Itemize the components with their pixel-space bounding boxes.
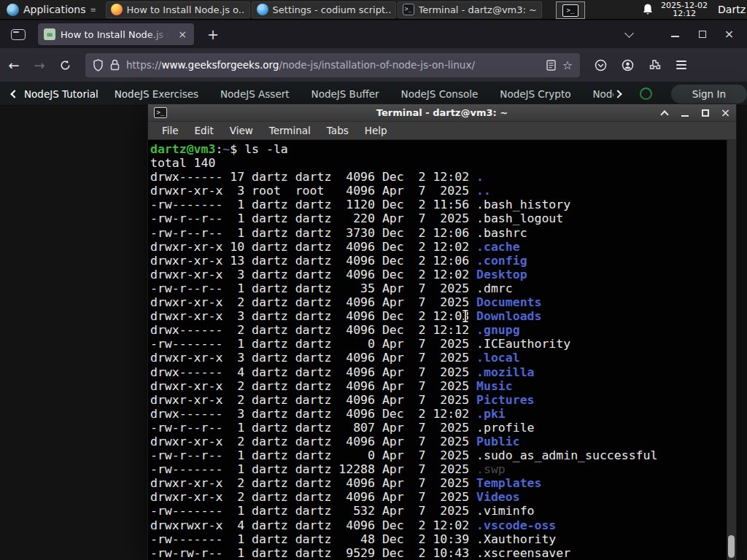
terminal-scrollbar[interactable]	[727, 140, 736, 560]
window-maximize-button[interactable]	[689, 24, 716, 44]
panel-window-button-vscodium[interactable]: Settings - codium script...	[252, 1, 396, 18]
terminal-output-line: drwx------ 17 dartz dartz 4096 Dec 2 12:…	[150, 170, 736, 184]
file-meta: drwxr-xr-x 2 dartz dartz 4096 Apr 7 2025	[150, 490, 476, 504]
terminal-output-line: drwxr-xr-x 10 dartz dartz 4096 Dec 2 12:…	[150, 240, 736, 254]
terminal-icon: >_	[403, 4, 414, 15]
prompt-cwd: ~	[222, 142, 230, 156]
minimize-icon	[671, 36, 679, 37]
terminal-output-line: drwxrwxr-x 4 dartz dartz 4096 Dec 2 12:0…	[150, 518, 736, 532]
file-name: Videos	[476, 490, 520, 504]
terminal-shade-button[interactable]	[659, 108, 669, 117]
window-button-label: Settings - codium script...	[273, 4, 391, 15]
file-meta: drwxr-xr-x 3 root root 4096 Apr 7 2025	[150, 184, 476, 198]
panel-window-button-terminal[interactable]: >_Terminal - dartz@vm3: ~	[398, 1, 542, 18]
ibeam-cursor	[461, 309, 470, 323]
terminal-menu-terminal[interactable]: Terminal	[261, 125, 319, 136]
file-meta: drwxr-xr-x 3 dartz dartz 4096 Dec 2 12:0…	[150, 268, 476, 281]
terminal-window-controls: ×	[659, 108, 730, 117]
xfce-logo-icon	[7, 4, 19, 16]
terminal-output-line: -rw-r--r-- 1 dartz dartz 807 Apr 7 2025 …	[150, 421, 736, 435]
nav-back-link[interactable]: NodeJS Tutorial	[24, 88, 98, 100]
file-name: Music	[476, 379, 513, 393]
url-scheme: https://	[126, 59, 161, 71]
terminal-output-line: drwxr-xr-x 3 dartz dartz 4096 Dec 2 12:0…	[150, 268, 736, 281]
nav-back-chevron-icon[interactable]	[10, 90, 18, 98]
file-meta: -rw------- 1 dartz dartz 48 Dec 2 10:39	[150, 532, 476, 546]
panel-username[interactable]: Dartz	[718, 4, 746, 15]
browser-tab-bar: ∞ How to Install Node.js on × + ×	[0, 20, 747, 48]
file-name: .	[476, 170, 484, 184]
file-meta: drwx------ 3 dartz dartz 4096 Dec 2 12:0…	[150, 407, 476, 421]
new-tab-button[interactable]: +	[203, 26, 223, 42]
reload-button[interactable]	[53, 54, 77, 76]
notification-bell-icon[interactable]	[642, 3, 654, 16]
window-minimize-button[interactable]	[662, 24, 689, 44]
terminal-output-line: drwxr-xr-x 2 dartz dartz 4096 Apr 7 2025…	[150, 295, 736, 309]
prompt-separator: :	[215, 142, 222, 156]
terminal-launcher-button[interactable]: >_	[556, 1, 585, 19]
file-meta: drwxr-xr-x 3 dartz dartz 4096 Dec 2 12:0…	[150, 309, 476, 323]
panel-clock[interactable]: 2025-12-02 12:12	[661, 1, 708, 18]
nav-item[interactable]: NodeJS DNS	[592, 88, 613, 100]
url-domain: www.geeksforgeeks.org	[161, 59, 279, 71]
sign-in-button[interactable]: Sign In	[671, 85, 747, 104]
back-button[interactable]: ←	[2, 54, 26, 76]
file-name: .gnupg	[476, 323, 520, 337]
terminal-output-line: drwxr-xr-x 2 dartz dartz 4096 Apr 7 2025…	[150, 490, 736, 504]
tab-close-icon[interactable]: ×	[177, 28, 188, 40]
nav-item[interactable]: NodeJS Console	[401, 88, 479, 100]
bookmark-star-icon[interactable]: ☆	[562, 58, 573, 72]
forward-button[interactable]: →	[28, 54, 51, 76]
menu-hamburger-icon[interactable]	[671, 55, 692, 75]
nav-item[interactable]: NodeJS Crypto	[500, 88, 570, 100]
terminal-output-line: -rw-r--r-- 1 dartz dartz 220 Apr 7 2025 …	[150, 211, 736, 225]
account-icon[interactable]	[617, 55, 638, 75]
terminal-minimize-button[interactable]	[680, 108, 689, 117]
reader-mode-icon[interactable]	[546, 60, 556, 71]
file-meta: drwxrwxr-x 4 dartz dartz 4096 Dec 2 12:0…	[150, 518, 476, 532]
system-tray: 2025-12-02 12:12 Dartz	[642, 1, 746, 18]
list-all-tabs-button[interactable]	[616, 24, 643, 44]
terminal-maximize-button[interactable]	[700, 108, 710, 117]
terminal-output-line: drwxr-xr-x 2 dartz dartz 4096 Apr 7 2025…	[150, 379, 736, 393]
terminal-close-button[interactable]: ×	[721, 108, 730, 117]
file-name: .cache	[476, 240, 520, 254]
pocket-icon[interactable]	[590, 55, 611, 75]
terminal-content[interactable]: dartz@vm3:~$ ls -la total 140 drwx------…	[148, 140, 736, 560]
terminal-output-line: drwxr-xr-x 2 dartz dartz 4096 Apr 7 2025…	[150, 435, 736, 448]
terminal-total-line: total 140	[150, 156, 736, 170]
terminal-menu-view[interactable]: View	[222, 125, 261, 136]
file-name: .dmrc	[476, 281, 513, 295]
minimize-icon	[681, 115, 689, 117]
file-name: .local	[476, 351, 520, 365]
applications-menu-button[interactable]: Applications ≡	[0, 0, 103, 19]
nav-scroll-right-icon[interactable]	[614, 90, 622, 98]
terminal-scrollbar-thumb[interactable]	[728, 535, 735, 558]
file-meta: drwxr-xr-x 2 dartz dartz 4096 Apr 7 2025	[150, 435, 476, 448]
search-icon[interactable]	[640, 88, 652, 100]
terminal-menu-tabs[interactable]: Tabs	[319, 125, 357, 136]
extensions-puzzle-icon[interactable]	[644, 55, 665, 75]
nav-item[interactable]: NodeJS Assert	[220, 88, 290, 100]
terminal-titlebar[interactable]: >_ Terminal - dartz@vm3: ~ ×	[148, 104, 736, 122]
terminal-menu-help[interactable]: Help	[357, 125, 395, 136]
url-bar[interactable]: https://www.geeksforgeeks.org/node-js/in…	[85, 53, 580, 77]
panel-window-button-firefox[interactable]: How to Install Node.js o...	[106, 1, 250, 18]
file-name: .bashrc	[476, 226, 527, 240]
browser-tab-active[interactable]: ∞ How to Install Node.js on ×	[38, 23, 194, 45]
firefox-view-button[interactable]	[6, 25, 31, 44]
file-name: Templates	[476, 476, 541, 490]
nav-item[interactable]: NodeJS Exercises	[115, 88, 198, 100]
file-meta: drwxr-xr-x 2 dartz dartz 4096 Apr 7 2025	[150, 393, 476, 407]
file-name: Public	[476, 435, 520, 448]
file-name: .mozilla	[476, 365, 534, 379]
panel-window-buttons: How to Install Node.js o...Settings - co…	[106, 1, 542, 18]
tracking-shield-icon[interactable]	[93, 59, 104, 71]
terminal-output-line: drwxr-xr-x 13 dartz dartz 4096 Dec 2 12:…	[150, 254, 736, 268]
file-meta: drwxr-xr-x 2 dartz dartz 4096 Apr 7 2025	[150, 295, 476, 309]
nav-item[interactable]: NodeJS Buffer	[311, 88, 379, 100]
terminal-menu-edit[interactable]: Edit	[187, 125, 222, 136]
window-close-button[interactable]: ×	[716, 24, 743, 44]
lock-icon[interactable]	[110, 59, 120, 71]
terminal-menu-file[interactable]: File	[154, 125, 187, 136]
